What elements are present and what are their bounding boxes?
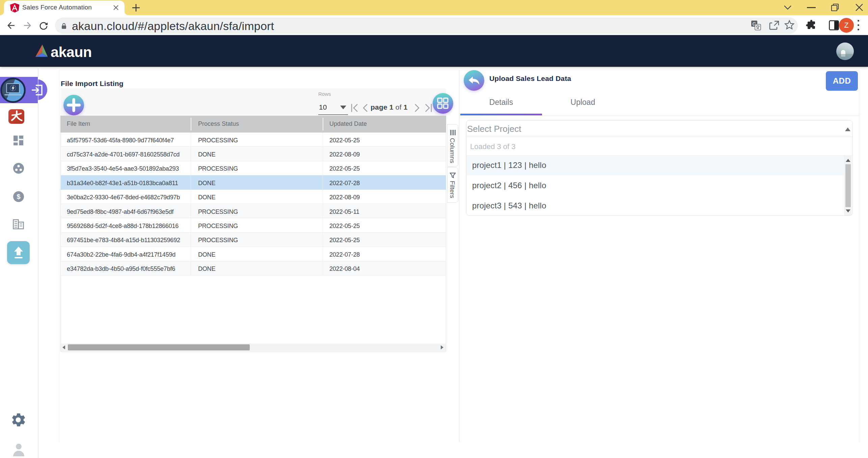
svg-text:$: $ <box>17 193 20 200</box>
